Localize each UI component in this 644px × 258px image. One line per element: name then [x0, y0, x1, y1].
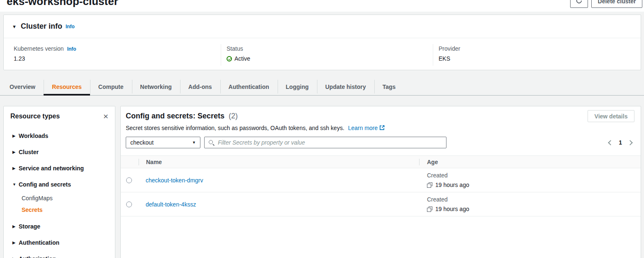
filter-dropdown-value: checkout: [130, 139, 154, 146]
column-divider: [433, 44, 433, 66]
secrets-panel-title: Config and secrets: Secrets (2): [126, 112, 634, 120]
filter-row: checkout ▼ 1: [126, 137, 634, 148]
sidebar-item-cluster[interactable]: ▶ Cluster: [4, 144, 115, 160]
sidebar-item-label: Cluster: [19, 149, 39, 155]
sidebar-item-label: Storage: [19, 223, 40, 230]
provider-label: Provider: [439, 45, 460, 52]
secrets-description: Secret stores sensitive information, suc…: [126, 125, 344, 131]
cluster-info-panel: ▼ Cluster info Info Kubernetes version I…: [3, 15, 641, 70]
cluster-info-title: Cluster info: [21, 22, 62, 31]
caret-down-icon: ▼: [12, 182, 19, 187]
tab-add-ons[interactable]: Add-ons: [180, 78, 220, 95]
age-column-header: Age: [420, 159, 641, 165]
name-column-header: Name: [139, 159, 419, 165]
sidebar-item-workloads[interactable]: ▶ Workloads: [4, 128, 115, 144]
tab-compute[interactable]: Compute: [90, 78, 132, 95]
learn-more-link[interactable]: Learn more: [348, 125, 385, 131]
sidebar-item-label: Authorization: [19, 256, 56, 258]
caret-right-icon: ▶: [12, 134, 19, 138]
kubernetes-version-value: 1.23: [14, 55, 76, 62]
copy-icon[interactable]: [427, 206, 432, 212]
page-title: eks-workshop-cluster: [7, 0, 118, 8]
secrets-panel: Config and secrets: Secrets (2) View det…: [120, 106, 641, 258]
caret-right-icon: ▶: [12, 241, 19, 245]
resource-types-title: Resource types: [10, 113, 60, 120]
sidebar-item-label: Service and networking: [19, 165, 84, 172]
sidebar-item-authorization[interactable]: ▶ Authorization: [4, 251, 115, 258]
sidebar-item-label: Workloads: [19, 133, 48, 139]
secret-name-link[interactable]: default-token-4kssz: [146, 201, 196, 208]
config-and-secrets-children: ConfigMaps Secrets: [4, 192, 115, 216]
age-value: 19 hours ago: [435, 182, 469, 188]
secrets-count: (2): [229, 112, 238, 120]
refresh-icon: [576, 0, 583, 5]
chevron-right-icon[interactable]: [627, 140, 633, 145]
provider-value: EKS: [439, 55, 460, 62]
age-created-label: Created: [427, 196, 641, 203]
chevron-left-icon[interactable]: [608, 140, 613, 145]
kubernetes-version-info-link[interactable]: Info: [67, 46, 76, 52]
status-value: Active: [234, 55, 250, 62]
chevron-down-icon: ▼: [192, 140, 196, 145]
field-kubernetes-version: Kubernetes version Info 1.23: [14, 45, 76, 62]
field-status: Status Active: [227, 45, 250, 62]
close-icon[interactable]: ×: [103, 113, 108, 120]
table-row: default-token-4kssz Created 19 hours ago: [121, 192, 641, 216]
search-icon: [208, 140, 215, 146]
sidebar-item-storage[interactable]: ▶ Storage: [4, 218, 115, 234]
cluster-info-info-link[interactable]: Info: [66, 24, 75, 29]
table-row: checkout-token-dmgrv Created 19 hours ag…: [121, 168, 641, 192]
row-radio-button[interactable]: [126, 201, 132, 207]
column-divider: [221, 44, 221, 66]
resource-types-list: ▶ Workloads ▶ Cluster ▶ Service and netw…: [4, 128, 115, 258]
sidebar-item-label: Config and secrets: [19, 181, 71, 188]
tab-update-history[interactable]: Update history: [317, 78, 374, 95]
learn-more-label: Learn more: [348, 125, 378, 131]
kubernetes-version-label: Kubernetes version: [14, 45, 64, 52]
check-circle-icon: [227, 56, 232, 61]
cluster-tabs: Overview Resources Compute Networking Ad…: [0, 78, 644, 96]
tab-authentication[interactable]: Authentication: [220, 78, 278, 95]
status-badge: Active: [227, 55, 250, 62]
tab-logging[interactable]: Logging: [278, 78, 317, 95]
secrets-title-text: Config and secrets: Secrets: [126, 112, 224, 120]
pagination-page-1[interactable]: 1: [619, 139, 622, 146]
refresh-button[interactable]: [570, 0, 588, 8]
sidebar-item-authentication[interactable]: ▶ Authentication: [4, 234, 115, 251]
secrets-description-row: Secret stores sensitive information, suc…: [126, 125, 634, 131]
tab-tags[interactable]: Tags: [374, 78, 404, 95]
eks-cluster-detail-page: eks-workshop-cluster Delete cluster ▼ Cl…: [0, 0, 644, 258]
view-details-button[interactable]: View details: [588, 110, 634, 122]
age-value: 19 hours ago: [435, 206, 469, 212]
sidebar-item-secrets[interactable]: Secrets: [4, 204, 115, 216]
tab-overview[interactable]: Overview: [1, 78, 44, 95]
sidebar-item-config-and-secrets[interactable]: ▼ Config and secrets: [4, 176, 115, 192]
caret-right-icon: ▶: [12, 257, 19, 258]
sidebar-item-configmaps[interactable]: ConfigMaps: [4, 192, 115, 204]
table-header: Name Age: [121, 155, 641, 168]
caret-right-icon: ▶: [12, 166, 19, 170]
tab-resources[interactable]: Resources: [44, 78, 90, 95]
secrets-table: Name Age checkout-token-dmgrv Created 19…: [121, 155, 641, 216]
row-radio-button[interactable]: [126, 177, 132, 183]
external-link-icon: [379, 125, 385, 130]
pagination: 1: [609, 139, 634, 146]
status-label: Status: [227, 45, 243, 52]
delete-cluster-button[interactable]: Delete cluster: [591, 0, 642, 8]
filter-dropdown[interactable]: checkout ▼: [126, 137, 200, 148]
secrets-filter-input[interactable]: [217, 139, 442, 146]
copy-icon[interactable]: [427, 182, 432, 188]
caret-down-icon[interactable]: ▼: [12, 24, 17, 29]
tab-networking[interactable]: Networking: [132, 78, 180, 95]
sidebar-item-service-and-networking[interactable]: ▶ Service and networking: [4, 160, 115, 176]
cluster-info-header[interactable]: ▼ Cluster info Info: [4, 15, 641, 38]
sidebar-item-label: Authentication: [19, 239, 59, 246]
resource-types-panel: Resource types × ▶ Workloads ▶ Cluster ▶…: [3, 106, 115, 258]
search-box: [204, 137, 446, 148]
age-created-label: Created: [427, 172, 641, 179]
secret-name-link[interactable]: checkout-token-dmgrv: [146, 177, 203, 184]
caret-right-icon: ▶: [12, 224, 19, 229]
caret-right-icon: ▶: [12, 150, 19, 154]
field-provider: Provider EKS: [439, 45, 460, 62]
